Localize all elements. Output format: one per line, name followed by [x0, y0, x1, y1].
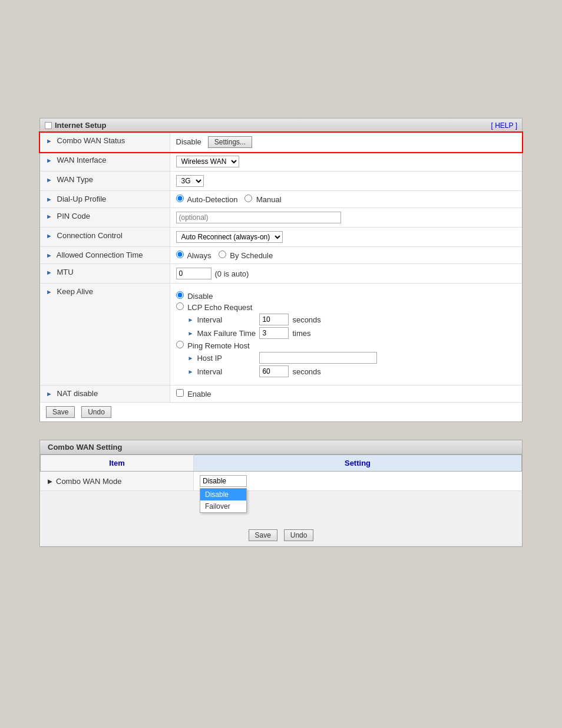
ka-disable-radio[interactable]: [176, 291, 184, 299]
ka-ping-label[interactable]: Ping Remote Host: [176, 341, 250, 350]
dropdown-failover-item[interactable]: Failover: [200, 500, 246, 512]
manual-text: Manual: [256, 195, 282, 204]
page-wrapper: Internet Setup [ HELP ] ► Combo WAN Stat…: [39, 12, 523, 559]
mtu-label: MTU: [57, 268, 74, 276]
keep-alive-label-cell: ► Keep Alive: [40, 284, 170, 386]
dialup-profile-value-cell: Auto-Detection Manual: [170, 191, 522, 208]
pin-code-value-cell: [170, 208, 522, 228]
col-item-header: Item: [41, 455, 194, 472]
help-link[interactable]: [ HELP ]: [491, 121, 517, 130]
arrow-icon: ►: [46, 213, 52, 220]
arrow-icon: ►: [47, 477, 54, 486]
ka-host-ip-input[interactable]: [259, 352, 377, 364]
keep-alive-row: ► Keep Alive Disable: [40, 284, 522, 386]
manual-radio[interactable]: [244, 195, 252, 202]
ka-ping-radio[interactable]: [176, 341, 184, 348]
ka-lcp-label[interactable]: LCP Echo Request: [176, 303, 253, 312]
allowed-connection-time-value-cell: Always By Schedule: [170, 247, 522, 264]
mtu-row: ► MTU (0 is auto): [40, 264, 522, 284]
dialup-profile-label-cell: ► Dial-Up Profile: [40, 191, 170, 208]
connection-control-label-cell: ► Connection Control: [40, 228, 170, 247]
manual-label[interactable]: Manual: [244, 195, 281, 204]
combo-undo-button[interactable]: Undo: [284, 529, 314, 541]
ka-max-failure-row: ► Max Failure Time times: [188, 327, 517, 339]
ka-ping-interval-label: Interval: [197, 367, 256, 376]
dialup-profile-radio-group: Auto-Detection Manual: [176, 195, 517, 204]
nat-disable-label: NAT disable: [57, 389, 98, 398]
arrow-icon: ►: [46, 137, 52, 144]
auto-detection-radio[interactable]: [176, 195, 184, 202]
col-setting-header: Setting: [194, 455, 522, 472]
ka-max-failure-input[interactable]: [259, 327, 289, 339]
arrow-icon: ►: [46, 196, 52, 203]
arrow-icon: ►: [46, 176, 52, 183]
internet-setup-title: Internet Setup: [45, 121, 106, 130]
combo-wan-mode-select[interactable]: Disable Failover: [200, 475, 247, 487]
top-space: [39, 24, 523, 118]
dropdown-disable-item[interactable]: Disable: [200, 489, 246, 500]
dialup-profile-label: Dial-Up Profile: [57, 195, 107, 203]
internet-setup-title-text: Internet Setup: [55, 121, 106, 130]
keep-alive-label: Keep Alive: [57, 287, 93, 296]
by-schedule-label[interactable]: By Schedule: [219, 251, 273, 260]
ka-disable-label[interactable]: Disable: [176, 292, 213, 301]
wan-interface-label: WAN Interface: [57, 156, 107, 164]
mtu-label-cell: ► MTU: [40, 264, 170, 284]
combo-wan-mode-dropdown-container: Disable Failover: [200, 475, 247, 487]
combo-wan-status-label: Combo WAN Status: [57, 136, 125, 145]
nat-enable-checkbox[interactable]: [176, 389, 184, 397]
pin-code-input[interactable]: [176, 212, 341, 223]
wan-type-label: WAN Type: [57, 175, 93, 184]
by-schedule-radio[interactable]: [219, 251, 226, 258]
combo-wan-mode-setting-cell: Disable Failover Disable Failover: [194, 472, 522, 491]
mtu-hint: (0 is auto): [215, 269, 249, 278]
save-undo-cell: Save Undo: [40, 403, 522, 422]
allowed-connection-time-radio-group: Always By Schedule: [176, 251, 517, 260]
combo-save-undo-cell: Save Undo: [41, 491, 522, 546]
save-button[interactable]: Save: [46, 406, 75, 418]
ka-max-failure-label: Max Failure Time: [197, 329, 256, 338]
disable-text: Disable: [176, 137, 201, 146]
allowed-connection-time-label-cell: ► Allowed Connection Time: [40, 247, 170, 264]
wan-type-row: ► WAN Type 3G: [40, 172, 522, 191]
internet-setup-panel: Internet Setup [ HELP ] ► Combo WAN Stat…: [39, 118, 523, 422]
arrow-icon: ►: [46, 288, 52, 295]
combo-wan-setting-panel: Combo WAN Setting Item Setting ► Combo W…: [39, 440, 523, 547]
allowed-connection-time-label: Allowed Connection Time: [57, 251, 143, 259]
save-undo-row: Save Undo: [40, 403, 522, 422]
arrow-icon: ►: [188, 330, 194, 337]
wan-interface-select[interactable]: Wireless WAN: [176, 156, 239, 167]
ka-interval-row: ► Interval seconds: [188, 314, 517, 325]
always-radio[interactable]: [176, 251, 184, 258]
ka-lcp-radio[interactable]: [176, 302, 184, 310]
wan-type-label-cell: ► WAN Type: [40, 172, 170, 191]
nat-enable-label[interactable]: Enable: [176, 390, 211, 398]
wan-interface-field: Wireless WAN: [176, 156, 517, 167]
combo-wan-mode-dropdown-list: Disable Failover: [200, 488, 247, 513]
undo-button[interactable]: Undo: [81, 406, 111, 418]
ka-interval-input[interactable]: [259, 314, 289, 325]
combo-save-button[interactable]: Save: [249, 529, 277, 541]
wan-type-select[interactable]: 3G: [176, 175, 204, 187]
ka-disable-option: Disable: [176, 291, 517, 301]
ka-ping-interval-input[interactable]: [259, 365, 289, 377]
always-text: Always: [187, 251, 211, 260]
combo-wan-mode-row: ► Combo WAN Mode Disable Failover Disa: [41, 472, 522, 491]
combo-wan-status-label-cell: ► Combo WAN Status: [40, 133, 170, 152]
auto-detection-label[interactable]: Auto-Detection: [176, 195, 238, 204]
ka-ping-interval-unit: seconds: [292, 367, 320, 376]
settings-button[interactable]: Settings...: [208, 136, 252, 148]
arrow-icon: ►: [46, 157, 52, 164]
mtu-input[interactable]: [176, 268, 211, 279]
arrow-icon: ►: [46, 390, 52, 397]
ka-ping-text: Ping Remote Host: [187, 341, 250, 350]
keep-alive-section: Disable LCP Echo Request ► I: [176, 287, 517, 381]
ka-ping-option: Ping Remote Host ► Host IP ►: [176, 341, 517, 377]
combo-save-undo-row: Save Undo: [41, 491, 522, 546]
nat-enable-text: Enable: [187, 390, 211, 398]
ka-lcp-option: LCP Echo Request ► Interval seconds: [176, 302, 517, 339]
dialup-profile-row: ► Dial-Up Profile Auto-Detection Manual: [40, 191, 522, 208]
always-label[interactable]: Always: [176, 251, 211, 260]
connection-control-select[interactable]: Auto Reconnect (always-on): [176, 231, 283, 243]
ka-lcp-text: LCP Echo Request: [187, 303, 252, 312]
